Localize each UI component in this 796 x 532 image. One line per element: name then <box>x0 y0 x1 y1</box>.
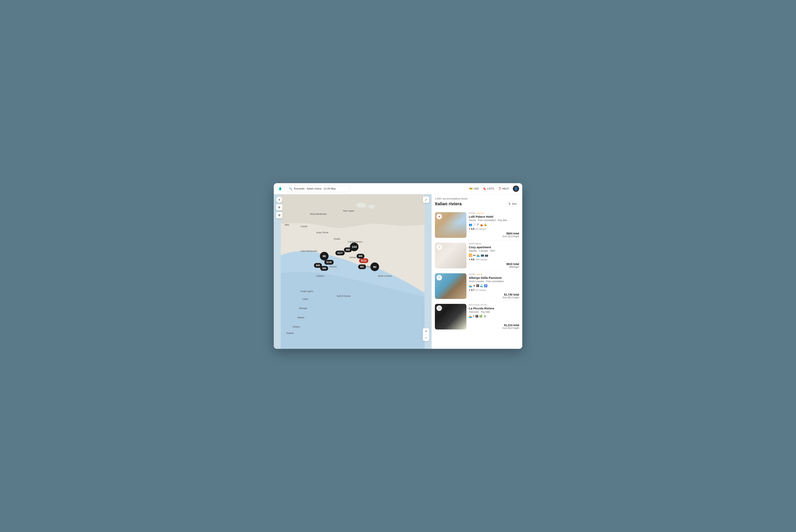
listing-name: Lolli Palace Hotel <box>469 215 519 218</box>
user-icon: 👤 <box>514 187 518 190</box>
amenity-icon-3: 🌿 <box>479 315 482 318</box>
panel-title: Italian riviera <box>435 201 462 206</box>
save-button[interactable]: ♡ <box>436 244 442 250</box>
amenity-icon-1: 🛏 <box>473 253 476 257</box>
rating-row: ♥ 4.6 (190 ratings) <box>469 258 519 261</box>
search-bar[interactable]: 🔍 Romantic · Italian riviera · 12-29 May <box>286 185 349 192</box>
lists-button[interactable]: 🔖 LISTS <box>483 187 494 190</box>
listing-image-wrap: ♡ <box>435 243 467 268</box>
map-marker[interactable]: $80 <box>357 254 364 259</box>
listing-price-total: $924 total <box>506 232 519 235</box>
stars-icon: ★★★★ <box>477 212 484 214</box>
logo[interactable] <box>277 186 283 192</box>
listing-name: Cozy apartment <box>469 246 519 249</box>
rating-count: (24 ratings) <box>475 228 486 230</box>
search-bar-text: Romantic · Italian riviera · 12-29 May <box>294 187 336 190</box>
map-marker[interactable]: $40 <box>314 263 322 268</box>
listing-price-total: $810 total <box>506 263 519 266</box>
map-area[interactable]: Nizza MonferratoNovi LigureAlbaCanelliAc… <box>274 194 432 349</box>
help-button[interactable]: ❓ HELP <box>498 187 509 190</box>
map-marker[interactable]: 104 <box>350 243 359 251</box>
listing-price-total: $1,740 total <box>504 293 519 296</box>
save-button[interactable]: ♡ <box>436 305 442 311</box>
zoom-in-button[interactable]: + <box>423 328 429 335</box>
header: 🔍 Romantic · Italian riviera · 12-29 May… <box>274 183 522 194</box>
listing-cancellation: Arenzano · Pay later <box>469 310 519 313</box>
amenity-icon-2: 🏊 <box>476 253 480 257</box>
zoom-out-button[interactable]: − <box>423 335 429 341</box>
map-marker[interactable]: 80 <box>371 263 379 271</box>
listing-card[interactable]: ♡ APARTMENT Cozy apartment Rapallo · 2 p… <box>435 240 519 271</box>
amenity-icon-3: 🌊 <box>480 284 483 287</box>
listing-type: HOTEL ★★★ <box>469 273 519 276</box>
save-button[interactable]: ♥ <box>436 214 442 219</box>
rating-row: ♥ 4.7 (24 ratings) <box>469 289 519 291</box>
amenity-icon-0: 🏊 <box>469 284 472 287</box>
app-container: 🔍 Romantic · Italian riviera · 12-29 May… <box>274 183 522 349</box>
user-avatar[interactable]: 👤 <box>513 186 519 192</box>
panel-title-row: Italian riviera ⇅ Sort <box>435 201 519 207</box>
map-marker[interactable]: $136 <box>324 260 334 265</box>
listing-info: BOUTIQUE HOTEL La Piccola Riviera Arenza… <box>469 304 519 329</box>
listing-type: HOTEL ★★★★ <box>469 212 519 214</box>
map-zoom-controls: + − <box>423 328 429 341</box>
listing-price-night: from $147/night <box>503 327 519 329</box>
rating-count: (24 ratings) <box>475 289 486 291</box>
map-marker[interactable]: $81 <box>358 264 366 269</box>
amenity-icon-4: 📷 <box>485 253 488 257</box>
listing-price-row: $924 total from $112/night <box>469 232 519 238</box>
map-layers-button[interactable]: ⊞ <box>276 212 282 218</box>
map-marker[interactable]: 96 <box>320 252 328 261</box>
listing-amenities: 🏊♻🅿🌊♿ <box>469 284 519 287</box>
amenity-icon-0: 📶 <box>469 253 472 257</box>
amenity-icon-4: ♿ <box>484 284 487 287</box>
listing-type: BOUTIQUE HOTEL <box>469 304 519 306</box>
listing-card[interactable]: ♡ BOUTIQUE HOTEL La Piccola Riviera Aren… <box>435 302 519 332</box>
map-marker[interactable]: $68 <box>320 266 328 271</box>
heart-icon: ♥ <box>469 228 470 230</box>
listing-price-row: $1,740 total from $211/night <box>469 293 519 299</box>
heart-icon: ♥ <box>469 258 470 261</box>
map-controls-left: ⊕ ⊞ <box>276 204 282 218</box>
listing-info: APARTMENT Cozy apartment Rapallo · 2 peo… <box>469 243 519 268</box>
currency-button[interactable]: 💳 USD <box>469 187 479 190</box>
map-expand-button[interactable]: ⤢ <box>423 196 429 203</box>
sort-button[interactable]: ⇅ Sort <box>506 201 519 207</box>
bookmark-icon: 🔖 <box>483 187 486 190</box>
heart-icon: ♥ <box>469 289 470 291</box>
listing-price-row: $1,214 total from $147/night <box>469 324 519 329</box>
main-content: Nizza MonferratoNovi LigureAlbaCanelliAc… <box>274 194 522 349</box>
listing-name: La Piccola Riviera <box>469 307 519 310</box>
map-location-button[interactable]: ⊕ <box>276 204 282 210</box>
listing-card[interactable]: ♥ HOTEL ★★★★ Lolli Palace Hotel Genoa · … <box>435 210 519 240</box>
rating-row: ♥ 5.0 (24 ratings) <box>469 228 519 230</box>
listing-price-night: $98/night <box>509 266 519 268</box>
results-count: 1,000+ accommodations found <box>435 197 519 200</box>
amenity-icon-4: ☕ <box>483 315 487 318</box>
listing-price-total: $1,214 total <box>504 324 519 327</box>
stars-icon: ★★★ <box>477 273 482 276</box>
amenity-icon-2: P <box>477 223 479 226</box>
header-actions: 💳 USD 🔖 LISTS ❓ HELP 👤 <box>469 186 519 192</box>
listing-amenities: 🏊P🅿🌿☕ <box>469 315 519 318</box>
listing-card[interactable]: ♡ HOTEL ★★★ Albergo Della Passione Sestr… <box>435 271 519 302</box>
amenity-icon-3: 📺 <box>481 253 484 257</box>
listing-name: Albergo Della Passione <box>469 276 519 280</box>
listing-type: APARTMENT <box>469 243 519 245</box>
amenity-icon-0: 🏊 <box>469 315 472 318</box>
map-marker[interactable]: $127 <box>336 251 345 255</box>
save-button[interactable]: ♡ <box>436 275 442 280</box>
listing-image-wrap: ♥ <box>435 212 467 238</box>
help-icon: ❓ <box>498 187 501 190</box>
amenity-icon-1: ♻ <box>473 284 475 287</box>
amenity-icon-1: 🍴 <box>473 223 476 226</box>
sort-icon: ⇅ <box>509 202 511 205</box>
panel-header: 1,000+ accommodations found Italian rivi… <box>432 194 522 208</box>
listing-amenities: 📶🛏🏊📺📷 <box>469 253 519 257</box>
rating-score: 4.7 <box>471 289 474 291</box>
map-marker[interactable]: $112 <box>359 258 368 263</box>
listing-info: HOTEL ★★★★ Lolli Palace Hotel Genoa · Fr… <box>469 212 519 238</box>
amenity-icon-1: P <box>473 315 475 318</box>
map-close-button[interactable]: ✕ <box>276 196 282 203</box>
rating-count: (190 ratings) <box>475 258 487 261</box>
